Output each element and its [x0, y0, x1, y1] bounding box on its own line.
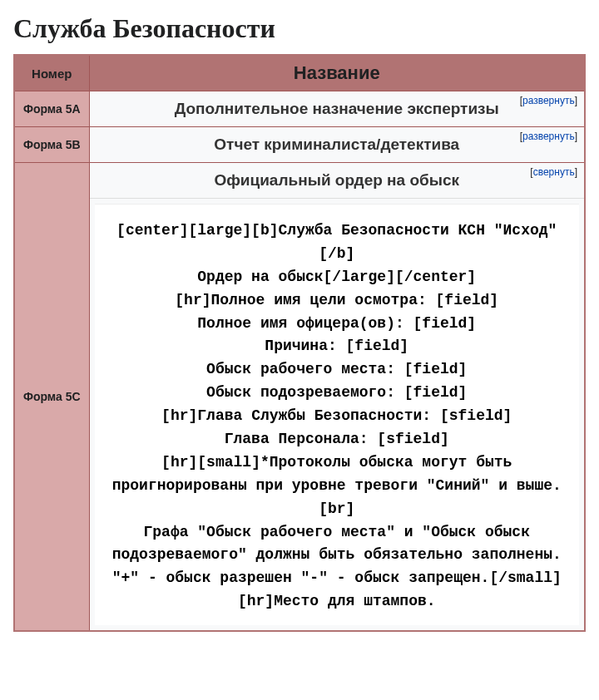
- form-body: [center][large][b]Служба Безопасности КС…: [95, 204, 580, 625]
- form-number: Форма 5C: [14, 163, 89, 632]
- table-row: Форма 5B [развернуть] Отчет криминалиста…: [14, 127, 585, 163]
- toggle-expand[interactable]: [развернуть]: [520, 131, 577, 142]
- page-title: Служба Безопасности: [13, 13, 586, 44]
- form-title: Отчет криминалиста/детектива: [100, 136, 575, 154]
- column-header-name: Название: [89, 55, 585, 91]
- form-number: Форма 5B: [14, 127, 89, 163]
- table-row: Форма 5C [свернуть] Официальный ордер на…: [14, 163, 585, 632]
- table-row: Форма 5A [развернуть] Дополнительное наз…: [14, 91, 585, 127]
- expand-link[interactable]: развернуть: [522, 131, 575, 142]
- form-number: Форма 5A: [14, 91, 89, 127]
- toggle-collapse[interactable]: [свернуть]: [530, 166, 577, 178]
- form-title: Дополнительное назначение экспертизы: [100, 100, 575, 118]
- form-title: Официальный ордер на обыск: [100, 171, 575, 190]
- toggle-expand[interactable]: [развернуть]: [520, 95, 577, 106]
- forms-table: Номер Название Форма 5A [развернуть] Доп…: [13, 54, 586, 632]
- expand-link[interactable]: развернуть: [522, 95, 575, 106]
- collapse-link[interactable]: свернуть: [533, 166, 575, 178]
- column-header-number: Номер: [14, 55, 89, 91]
